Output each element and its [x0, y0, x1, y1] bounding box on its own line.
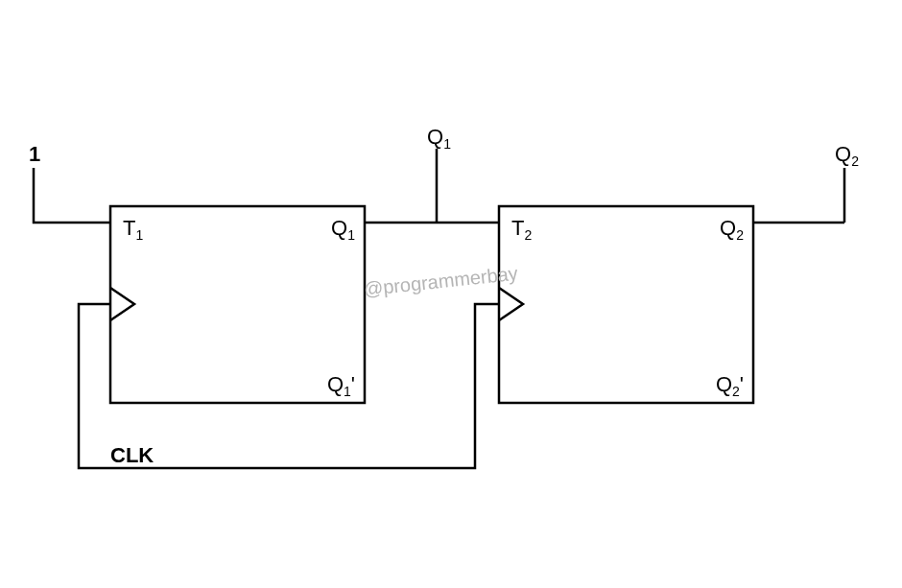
ff1-qbar-label: Q1' — [327, 372, 355, 399]
watermark: @programmerbay — [363, 263, 519, 300]
counter-diagram: T1 Q1 Q1' T2 Q2 Q2' 1 Q1 Q2 CLK @program… — [0, 0, 902, 588]
ff2-qbar-label: Q2' — [716, 372, 744, 399]
output-q1-label: Q1 — [427, 125, 451, 152]
input-constant-label: 1 — [29, 142, 40, 166]
output-q2-label: Q2 — [835, 142, 859, 169]
wire-input-constant — [34, 168, 110, 223]
clk-label: CLK — [110, 443, 154, 467]
